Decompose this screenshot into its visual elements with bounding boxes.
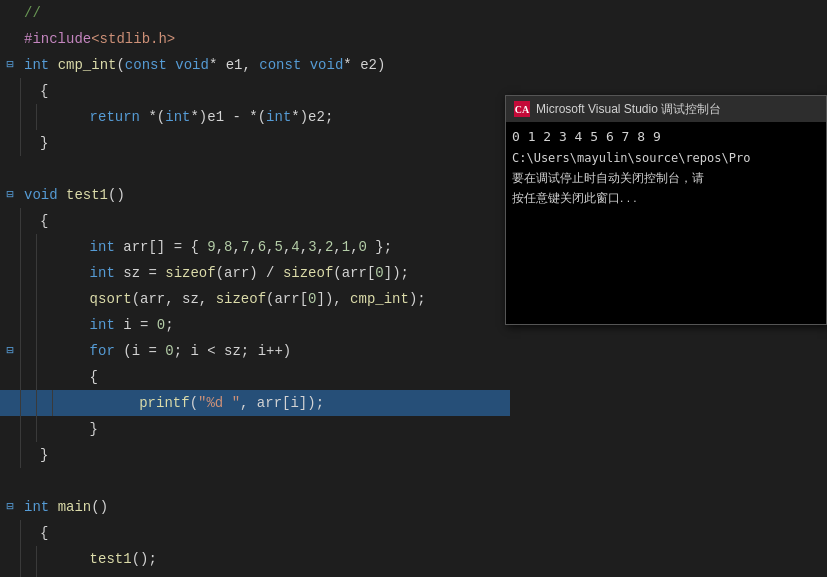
console-output-line: 0 1 2 3 4 5 6 7 8 9	[512, 126, 820, 148]
code-text: {	[36, 78, 510, 104]
code-text: for (i = 0; i < sz; i++)	[52, 338, 510, 364]
code-text: //	[20, 0, 510, 26]
collapse-icon[interactable]: ⊟	[0, 52, 20, 78]
console-body: 0 1 2 3 4 5 6 7 8 9 C:\Users\mayulin\sou…	[506, 122, 826, 212]
code-line: ⊟ int cmp_int(const void* e1, const void…	[0, 52, 510, 78]
code-line: int i = 0;	[0, 312, 510, 338]
code-text: printf("%d ", arr[i]);	[68, 390, 510, 416]
code-text: test1();	[52, 546, 510, 572]
code-text	[52, 572, 510, 577]
code-line: {	[0, 78, 510, 104]
collapse-icon[interactable]: ⊟	[0, 338, 20, 364]
code-line: int sz = sizeof(arr) / sizeof(arr[0]);	[0, 260, 510, 286]
code-line: ⊟ for (i = 0; i < sz; i++)	[0, 338, 510, 364]
code-line: test1();	[0, 546, 510, 572]
code-line: {	[0, 208, 510, 234]
console-title: Microsoft Visual Studio 调试控制台	[536, 101, 721, 118]
console-titlebar: CA Microsoft Visual Studio 调试控制台	[506, 96, 826, 122]
code-text: int sz = sizeof(arr) / sizeof(arr[0]);	[52, 260, 510, 286]
code-text: int arr[] = { 9,8,7,6,5,4,3,2,1,0 };	[52, 234, 510, 260]
code-text: {	[36, 520, 510, 546]
code-text: int i = 0;	[52, 312, 510, 338]
code-text: qsort(arr, sz, sizeof(arr[0]), cmp_int);	[52, 286, 510, 312]
code-line: #include<stdlib.h>	[0, 26, 510, 52]
code-line: }	[0, 130, 510, 156]
code-line: ⊟ void test1()	[0, 182, 510, 208]
console-chinese-line1: 要在调试停止时自动关闭控制台，请	[512, 168, 820, 188]
code-line: {	[0, 364, 510, 390]
code-line: }	[0, 442, 510, 468]
vs-icon-label: CA	[515, 104, 529, 115]
code-text	[20, 156, 510, 182]
code-line: {	[0, 520, 510, 546]
collapse-icon[interactable]: ⊟	[0, 494, 20, 520]
code-line-highlighted: printf("%d ", arr[i]);	[0, 390, 510, 416]
code-text: }	[36, 442, 510, 468]
console-chinese-line2: 按任意键关闭此窗口. . .	[512, 188, 820, 208]
code-text: int main()	[20, 494, 510, 520]
code-line: qsort(arr, sz, sizeof(arr[0]), cmp_int);	[0, 286, 510, 312]
collapse-icon[interactable]: ⊟	[0, 182, 20, 208]
code-text: void test1()	[20, 182, 510, 208]
code-text: #include<stdlib.h>	[20, 26, 510, 52]
code-line	[0, 156, 510, 182]
code-editor[interactable]: // #include<stdlib.h> ⊟ int cmp_int(cons…	[0, 0, 510, 577]
code-line: int arr[] = { 9,8,7,6,5,4,3,2,1,0 };	[0, 234, 510, 260]
code-text: int cmp_int(const void* e1, const void* …	[20, 52, 510, 78]
code-line: //	[0, 0, 510, 26]
code-text: {	[52, 364, 510, 390]
code-line	[0, 468, 510, 494]
code-content: // #include<stdlib.h> ⊟ int cmp_int(cons…	[0, 0, 510, 577]
vs-icon: CA	[514, 101, 530, 117]
code-text: return *(int*)e1 - *(int*)e2;	[52, 104, 510, 130]
console-path-line: C:\Users\mayulin\source\repos\Pro	[512, 148, 820, 168]
console-window[interactable]: CA Microsoft Visual Studio 调试控制台 0 1 2 3…	[505, 95, 827, 325]
code-line	[0, 572, 510, 577]
code-text	[20, 468, 510, 494]
code-line: }	[0, 416, 510, 442]
code-text: {	[36, 208, 510, 234]
code-line: ⊟ int main()	[0, 494, 510, 520]
code-text: }	[36, 130, 510, 156]
code-line: return *(int*)e1 - *(int*)e2;	[0, 104, 510, 130]
code-text: }	[52, 416, 510, 442]
